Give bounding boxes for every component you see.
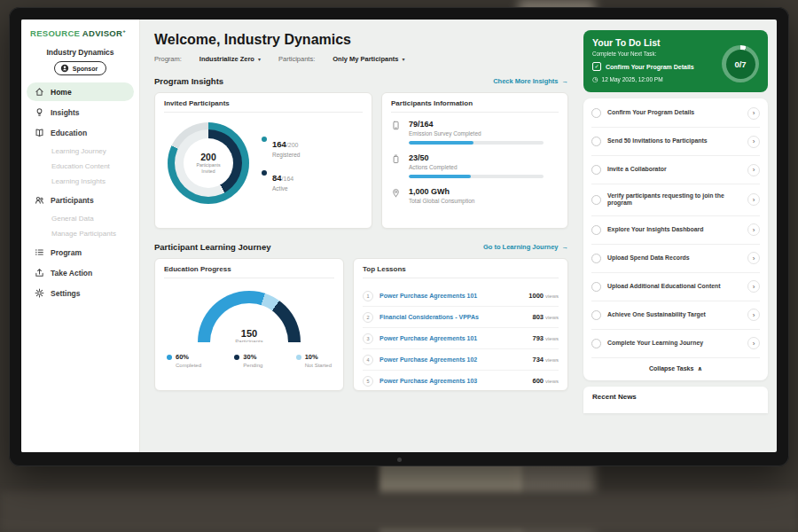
chevron-right-icon[interactable]: › [747,136,760,148]
todo-task-row[interactable]: Verify participants requesting to join t… [591,184,760,216]
donut-center-value: 200 [200,152,216,162]
chevron-right-icon[interactable]: › [747,309,760,321]
checkbox-icon[interactable]: ✓ [592,62,601,71]
go-to-learning-journey-link[interactable]: Go to Learning Journey → [483,243,568,251]
lesson-link[interactable]: Power Purchase Agreements 102 [379,356,477,363]
upload-icon [35,268,44,278]
donut-center-caption: Participants Invited [190,162,227,175]
sidebar-item-manage-participants[interactable]: Manage Participants [27,226,134,241]
todo-task-row[interactable]: Invite a Collaborator › [591,156,760,184]
checkbox-icon[interactable] [591,137,601,146]
sidebar-item-label: Education [51,129,87,137]
program-select[interactable]: Industrialize Zero ▾ [200,55,261,63]
lesson-link[interactable]: Power Purchase Agreements 101 [379,335,477,341]
checkbox-icon[interactable] [591,339,601,348]
task-label: Invite a Collaborator [607,166,741,174]
checkbox-icon[interactable] [591,282,601,292]
participants-information-card: Participants Information 79/164 Emission… [381,92,568,229]
task-label: Upload Spend Data Records [607,254,741,262]
legend-item-completed: 60% Completed [167,353,201,368]
sidebar-subitem-label: Learning Insights [51,177,106,185]
lesson-number: 4 [363,355,373,365]
sidebar-item-learning-insights[interactable]: Learning Insights [27,174,134,189]
people-icon [35,195,44,205]
brand-plus: + [122,28,126,34]
checkbox-icon[interactable] [591,165,601,175]
legend-label: Completed [176,363,201,368]
lesson-row[interactable]: 1 Power Purchase Agreements 101 1000view… [363,286,559,307]
legend-label: Registered [272,152,300,158]
legend-total: /200 [286,142,299,148]
checkbox-icon[interactable] [591,254,601,263]
todo-task-row[interactable]: Upload Additional Educational Content › [591,273,760,301]
task-label: Send 50 Invitations to Participants [607,137,741,145]
participants-select[interactable]: Only My Participants ▾ [332,55,404,63]
sidebar-item-settings[interactable]: Settings [27,284,134,302]
lesson-link[interactable]: Financial Considerations - VPPAs [379,314,479,320]
card-title: Participants Information [391,99,559,113]
lesson-number: 2 [363,312,373,323]
todo-next-task[interactable]: ✓ Confirm Your Program Details [592,62,725,71]
light-dot-icon [296,355,301,360]
lesson-link[interactable]: Power Purchase Agreements 101 [379,293,477,299]
metric-label: Total Global Consumption [409,198,474,204]
lesson-row[interactable]: 5 Power Purchase Agreements 103 600views [363,371,559,391]
checkbox-icon[interactable] [591,310,601,320]
task-label: Explore Your Insights Dashboard [607,226,741,234]
invited-donut-chart: 200 Participants Invited [168,122,249,204]
sponsor-badge[interactable]: Sponsor [54,61,106,75]
scene: RESOURCE ADVISOR+ Industry Dynamics Spon… [0,0,798,532]
sidebar-item-program[interactable]: Program [27,243,134,262]
learning-journey-title: Participant Learning Journey [154,242,270,252]
sidebar-item-general-data[interactable]: General Data [27,211,134,226]
todo-task-row[interactable]: Upload Spend Data Records › [591,245,760,273]
task-label: Confirm Your Program Details [607,109,741,117]
emission-survey-progressbar [409,141,544,145]
todo-task-row[interactable]: Confirm Your Program Details › [591,99,760,128]
check-more-insights-link[interactable]: Check More Insights → [493,77,568,85]
card-title: Top Lessons [363,265,559,278]
gauge-center-caption: Participants [198,339,301,342]
sidebar-item-home[interactable]: Home [27,82,134,101]
metric-label: Actions Completed [409,164,544,170]
chevron-right-icon[interactable]: › [747,337,760,349]
sidebar-subitem-label: Learning Journey [51,147,106,155]
legend-value: 84 [272,173,282,183]
checkbox-icon[interactable] [591,195,601,205]
sidebar-item-participants[interactable]: Participants [27,191,134,209]
chevron-right-icon[interactable]: › [747,280,760,293]
sidebar-item-education[interactable]: Education [27,123,134,142]
sidebar-item-take-action[interactable]: Take Action [27,263,134,282]
todo-progress-ring: 0/7 [722,45,759,82]
sidebar-item-label: Insights [51,108,80,117]
collapse-tasks-button[interactable]: Collapse Tasks ∧ [591,358,760,379]
legend-total: /164 [282,176,294,182]
gauge-legend: 60% Completed 30% Pending 10% Not Starte… [164,353,334,368]
sidebar-item-label: Participants [51,196,94,205]
lesson-row[interactable]: 4 Power Purchase Agreements 102 734views [363,349,559,371]
sidebar-item-insights[interactable]: Insights [27,103,134,121]
consumption-row: 1,000 GWh Total Global Consumption [391,187,559,208]
chevron-right-icon[interactable]: › [747,193,760,206]
checkbox-icon[interactable] [591,225,601,235]
checkbox-icon[interactable] [591,108,601,118]
todo-due-label: 12 May 2025, 12:00 PM [602,76,663,82]
todo-task-row[interactable]: Complete Your Learning Journey › [591,330,760,358]
todo-task-row[interactable]: Achieve One Sustainability Target › [591,301,760,330]
sidebar-nav: Home Insights Education Learning Journey… [27,82,134,302]
lesson-link[interactable]: Power Purchase Agreements 103 [379,378,477,384]
lesson-row[interactable]: 2 Financial Considerations - VPPAs 803vi… [363,307,559,328]
chevron-down-icon: ▾ [258,56,261,62]
lesson-row[interactable]: 3 Power Purchase Agreements 101 793views [363,328,559,349]
todo-task-row[interactable]: Send 50 Invitations to Participants › [591,128,760,156]
chevron-right-icon[interactable]: › [747,164,760,176]
chevron-right-icon[interactable]: › [747,107,760,120]
teal-dot-icon [262,137,267,142]
chevron-right-icon[interactable]: › [747,252,760,264]
arrow-right-icon: → [562,243,569,251]
chevron-right-icon[interactable]: › [747,223,760,236]
todo-panel: Your To Do List Complete Your Next Task:… [579,20,777,452]
sidebar-item-learning-journey[interactable]: Learning Journey [27,144,134,159]
todo-task-row[interactable]: Explore Your Insights Dashboard › [591,216,760,245]
sidebar-item-education-content[interactable]: Education Content [27,159,134,174]
